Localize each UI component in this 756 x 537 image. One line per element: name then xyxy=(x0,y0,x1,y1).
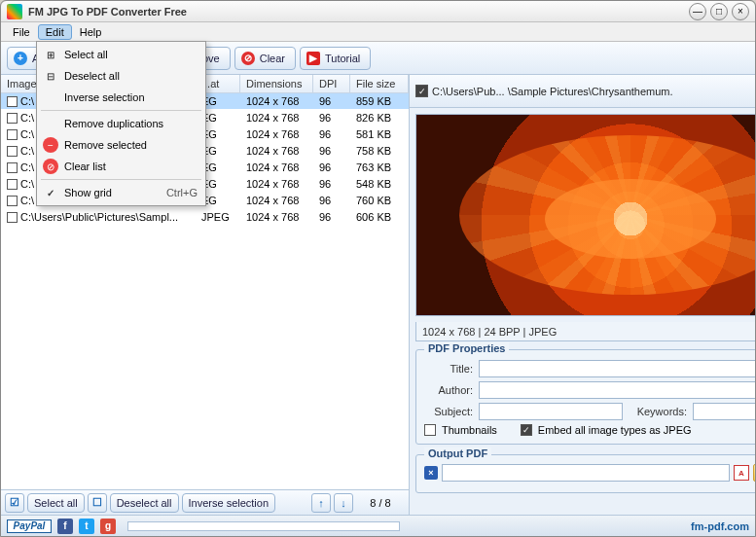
row-path: C:\ xyxy=(20,95,34,107)
keywords-label: Keywords: xyxy=(629,406,687,417)
menu-file[interactable]: File xyxy=(5,24,38,40)
paypal-button[interactable]: PayPal xyxy=(7,519,52,533)
output-path-field[interactable] xyxy=(442,464,730,482)
footer-select-all[interactable]: Select all xyxy=(27,493,85,513)
keywords-field[interactable] xyxy=(693,403,756,420)
row-dimensions: 1024 x 768 xyxy=(240,195,313,206)
menu-separator xyxy=(41,179,201,180)
title-label: Title: xyxy=(424,363,473,375)
title-field[interactable] xyxy=(479,360,756,377)
minimize-button[interactable]: — xyxy=(689,3,706,20)
menu-inverse-selection[interactable]: Inverse selection xyxy=(39,87,203,108)
item-counter: 8 / 8 xyxy=(356,497,405,509)
facebook-icon[interactable]: f xyxy=(57,519,73,534)
menubar: File Edit Help xyxy=(1,22,755,42)
row-dimensions: 1024 x 768 xyxy=(240,145,313,157)
close-button[interactable]: × xyxy=(732,3,749,20)
row-dpi: 96 xyxy=(313,211,350,223)
row-dimensions: 1024 x 768 xyxy=(240,128,313,140)
menu-help[interactable]: Help xyxy=(72,24,110,40)
twitter-icon[interactable]: t xyxy=(79,519,94,534)
preview-info: 1024 x 768 | 24 BPP | JPEG Scale: 28 % xyxy=(415,322,756,341)
author-label: Author: xyxy=(424,384,473,396)
row-dimensions: 1024 x 768 xyxy=(240,178,313,190)
row-dpi: 96 xyxy=(313,95,350,107)
play-icon: ▶ xyxy=(306,52,320,65)
row-dimensions: 1024 x 768 xyxy=(240,112,313,124)
menu-select-all[interactable]: ⊞Select all xyxy=(39,44,203,65)
row-path: C:\Users\Public\Pictures\Sampl... xyxy=(20,211,178,223)
embed-jpeg-checkbox[interactable]: ✓ xyxy=(521,424,532,436)
menu-remove-selected[interactable]: −Remove selected xyxy=(39,134,203,156)
path-checkbox[interactable]: ✓ xyxy=(415,85,428,97)
row-path: C:\ xyxy=(20,195,34,206)
subject-field[interactable] xyxy=(479,403,623,420)
googleplus-icon[interactable]: g xyxy=(100,519,116,534)
image-meta: 1024 x 768 | 24 BPP | JPEG xyxy=(422,326,557,338)
col-dimensions[interactable]: Dimensions xyxy=(240,75,313,92)
embed-label: Embed all image types as JPEG xyxy=(538,424,692,436)
row-checkbox[interactable] xyxy=(7,129,18,140)
author-field[interactable] xyxy=(479,381,756,399)
right-pane: ✓ C:\Users\Pub... \Sample Pictures\Chrys… xyxy=(410,75,756,515)
select-all-checkbox[interactable]: ☑ xyxy=(5,493,24,513)
current-path: C:\Users\Pub... \Sample Pictures\Chrysan… xyxy=(432,86,756,97)
shortcut-label: Ctrl+G xyxy=(166,187,198,198)
titlebar: FM JPG To PDF Converter Free — □ × xyxy=(1,1,755,22)
tutorial-label: Tutorial xyxy=(325,53,360,64)
row-checkbox[interactable] xyxy=(7,113,18,124)
row-path: C:\ xyxy=(20,145,34,157)
thumbnails-checkbox[interactable] xyxy=(424,424,436,436)
maximize-button[interactable]: □ xyxy=(710,3,728,20)
row-dpi: 96 xyxy=(313,128,350,140)
row-dimensions: 1024 x 768 xyxy=(240,95,313,107)
menu-edit[interactable]: Edit xyxy=(38,24,72,40)
row-dimensions: 1024 x 768 xyxy=(240,211,313,223)
path-bar: ✓ C:\Users\Pub... \Sample Pictures\Chrys… xyxy=(410,75,756,108)
menu-show-grid[interactable]: ✓Show gridCtrl+G xyxy=(39,182,203,203)
menu-separator xyxy=(41,110,201,111)
row-filesize: 548 KB xyxy=(350,178,409,190)
pdf-properties-group: PDF Properties Title: Author: Subject:Ke… xyxy=(415,349,756,445)
thumbnails-label: Thumbnails xyxy=(442,424,497,436)
row-checkbox[interactable] xyxy=(7,212,18,223)
row-checkbox[interactable] xyxy=(7,146,18,157)
flower-image xyxy=(416,115,756,315)
row-checkbox[interactable] xyxy=(7,96,18,107)
no-entry-icon: ⊘ xyxy=(241,52,255,65)
clear-output-button[interactable]: × xyxy=(424,466,438,480)
col-filesize[interactable]: File size xyxy=(350,75,409,92)
menu-deselect-all[interactable]: ⊟Deselect all xyxy=(39,65,203,87)
row-checkbox[interactable] xyxy=(7,196,18,206)
row-path: C:\ xyxy=(20,161,34,173)
row-filesize: 859 KB xyxy=(350,95,409,107)
footer-deselect-all[interactable]: Deselect all xyxy=(110,493,179,513)
row-dpi: 96 xyxy=(313,178,350,190)
check-icon: ✓ xyxy=(43,185,58,200)
move-down-button[interactable]: ↓ xyxy=(334,493,353,513)
row-dpi: 96 xyxy=(313,195,350,206)
app-icon xyxy=(7,4,22,19)
row-path: C:\ xyxy=(20,178,34,190)
menu-clear-list[interactable]: ⊘Clear list xyxy=(39,156,203,177)
row-dpi: 96 xyxy=(313,112,350,124)
clear-button[interactable]: ⊘Clear xyxy=(234,47,296,70)
row-filesize: 760 KB xyxy=(350,195,409,206)
deselect-all-checkbox[interactable]: ☐ xyxy=(88,493,107,513)
col-dpi[interactable]: DPI xyxy=(313,75,350,92)
row-path: C:\ xyxy=(20,112,34,124)
menu-remove-duplications[interactable]: Remove duplications xyxy=(39,113,203,134)
list-footer: ☑ Select all ☐ Deselect all Inverse sele… xyxy=(1,489,409,515)
row-dimensions: 1024 x 768 xyxy=(240,161,313,173)
row-dpi: 96 xyxy=(313,161,350,173)
table-row[interactable]: C:\Users\Public\Pictures\Sampl...JPEG102… xyxy=(1,209,409,226)
row-filesize: 758 KB xyxy=(350,145,409,157)
website-link[interactable]: fm-pdf.com xyxy=(691,520,749,532)
footer-inverse[interactable]: Inverse selection xyxy=(182,493,276,513)
image-preview[interactable] xyxy=(415,114,756,316)
move-up-button[interactable]: ↑ xyxy=(311,493,331,513)
row-checkbox[interactable] xyxy=(7,179,18,190)
row-checkbox[interactable] xyxy=(7,162,18,173)
row-filesize: 581 KB xyxy=(350,128,409,140)
tutorial-button[interactable]: ▶Tutorial xyxy=(300,47,371,70)
